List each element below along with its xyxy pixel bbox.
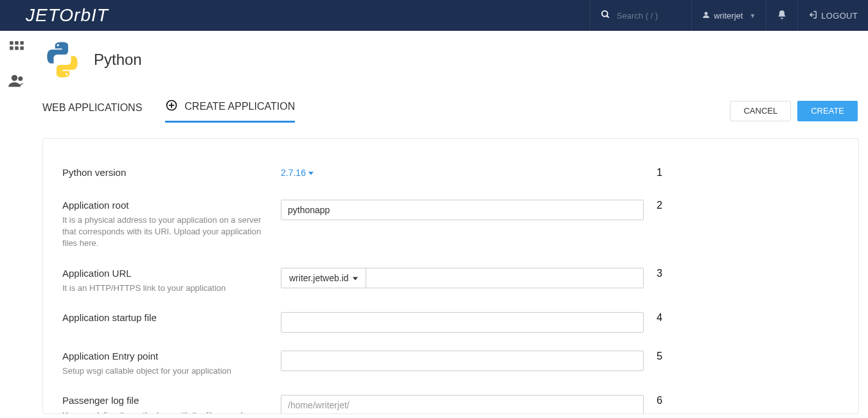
help-app-root: It is a physical address to your applica…	[62, 214, 268, 250]
caret-down-icon	[353, 273, 358, 283]
create-button[interactable]: CREATE	[797, 101, 858, 121]
apps-grid-icon[interactable]	[8, 40, 25, 59]
svg-rect-4	[15, 41, 18, 44]
row-entry-point: Application Entry point Setup wsgi calla…	[62, 351, 839, 377]
topbar: JETOrbIT writerjet ▼ LOGOUT	[0, 0, 868, 31]
page-title: Python	[94, 51, 142, 69]
brand-logo[interactable]: JETOrbIT	[26, 5, 109, 26]
row-startup-file: Application startup file 4	[62, 312, 839, 333]
row-python-version: Python version 2.7.16 1	[62, 167, 839, 182]
label-python-version: Python version	[62, 167, 268, 178]
annotation-3: 3	[657, 268, 662, 294]
annotation-2: 2	[657, 200, 662, 250]
search-box[interactable]	[590, 0, 691, 31]
svg-point-9	[12, 75, 17, 81]
label-entry-point: Application Entry point	[62, 351, 268, 361]
tab-create-application[interactable]: CREATE APPLICATION	[165, 99, 295, 123]
plus-circle-icon	[165, 99, 178, 114]
svg-point-2	[704, 12, 707, 15]
user-menu[interactable]: writerjet ▼	[691, 0, 766, 31]
search-icon	[601, 10, 610, 22]
bell-icon	[777, 10, 787, 22]
user-icon	[702, 11, 710, 21]
tab-web-applications[interactable]: WEB APPLICATIONS	[42, 102, 142, 120]
svg-rect-5	[20, 41, 23, 44]
users-icon[interactable]	[8, 72, 26, 92]
app-root-input[interactable]	[281, 200, 644, 220]
page-header: Python	[33, 31, 868, 80]
help-app-url: It is an HTTP/HTTPS link to your applica…	[62, 283, 268, 294]
svg-point-10	[18, 76, 22, 81]
svg-point-0	[602, 10, 608, 16]
help-entry-point: Setup wsgi callable object for your appl…	[62, 365, 268, 377]
username-label: writerjet	[714, 11, 743, 21]
log-file-input[interactable]	[281, 395, 644, 414]
annotation-1: 1	[657, 167, 662, 182]
logout-label: LOGOUT	[821, 11, 858, 21]
label-startup-file: Application startup file	[62, 312, 268, 323]
domain-select[interactable]: writer.jetweb.id	[281, 268, 366, 288]
label-app-url: Application URL	[62, 268, 268, 279]
label-app-root: Application root	[62, 200, 268, 211]
help-log-file: You can define the path along with the f…	[62, 410, 268, 414]
cancel-button[interactable]: CANCEL	[730, 101, 791, 121]
left-sidebar	[0, 31, 33, 418]
svg-rect-8	[20, 46, 23, 49]
python-version-select[interactable]: 2.7.16	[281, 168, 314, 178]
row-app-url: Application URL It is an HTTP/HTTPS link…	[62, 268, 839, 294]
url-path-input[interactable]	[366, 268, 644, 288]
logout-button[interactable]: LOGOUT	[797, 0, 868, 31]
svg-rect-6	[10, 46, 13, 49]
main-content: Python WEB APPLICATIONS CREATE APPLICATI…	[33, 31, 868, 418]
row-log-file: Passenger log file You can define the pa…	[62, 395, 839, 414]
search-input[interactable]	[617, 11, 681, 21]
svg-line-1	[607, 15, 608, 17]
svg-rect-7	[15, 46, 18, 49]
logout-icon	[808, 10, 817, 21]
python-logo-icon	[42, 40, 82, 80]
label-log-file: Passenger log file	[62, 395, 268, 406]
row-app-root: Application root It is a physical addres…	[62, 200, 839, 250]
startup-file-input[interactable]	[281, 312, 644, 333]
annotation-6: 6	[657, 395, 662, 414]
annotation-4: 4	[657, 312, 662, 333]
tabs-row: WEB APPLICATIONS CREATE APPLICATION CANC…	[42, 80, 868, 123]
entry-point-input[interactable]	[281, 351, 644, 371]
notifications-button[interactable]	[766, 0, 797, 31]
chevron-down-icon: ▼	[749, 12, 756, 19]
caret-down-icon	[308, 168, 314, 178]
svg-rect-3	[10, 41, 13, 44]
annotation-5: 5	[657, 351, 662, 377]
form-panel: Python version 2.7.16 1 Application root…	[42, 138, 859, 414]
